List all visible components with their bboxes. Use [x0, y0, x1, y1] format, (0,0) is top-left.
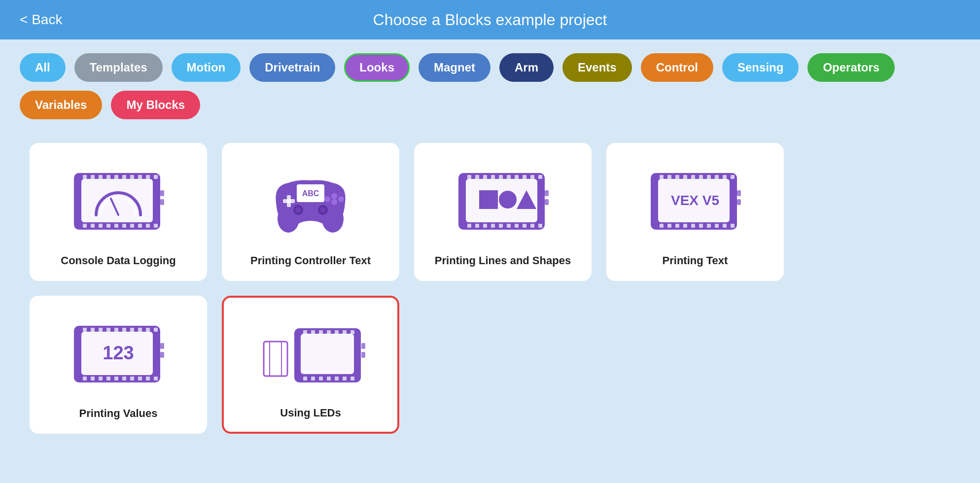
svg-rect-106 [106, 377, 110, 380]
project-icon-printing-controller-text: ABC [233, 159, 388, 245]
svg-rect-57 [499, 224, 503, 228]
svg-rect-93 [83, 328, 87, 332]
svg-rect-72 [691, 175, 695, 179]
svg-rect-79 [667, 224, 671, 228]
svg-rect-95 [99, 328, 103, 332]
svg-rect-54 [475, 224, 479, 228]
project-card-printing-values[interactable]: 123 Printing Values [30, 296, 207, 434]
svg-rect-69 [667, 175, 671, 179]
svg-rect-22 [160, 190, 164, 196]
svg-rect-100 [138, 328, 142, 332]
svg-rect-78 [660, 224, 664, 228]
svg-point-37 [320, 207, 326, 213]
content-area: Console Data Logging ABC [0, 133, 980, 463]
tab-variables[interactable]: Variables [20, 91, 102, 119]
svg-point-30 [331, 193, 337, 199]
svg-rect-11 [154, 175, 158, 179]
svg-rect-116 [270, 342, 281, 376]
project-label-console-data-logging: Console Data Logging [61, 254, 175, 267]
svg-rect-127 [311, 377, 315, 380]
tab-drivetrain[interactable]: Drivetrain [249, 53, 335, 82]
tab-all[interactable]: All [20, 53, 66, 82]
svg-rect-124 [343, 330, 347, 334]
project-card-printing-text[interactable]: VEX V5 Printing Text [606, 143, 784, 281]
svg-rect-112 [154, 377, 158, 380]
tab-looks[interactable]: Looks [344, 53, 410, 82]
svg-rect-129 [327, 377, 331, 380]
svg-text:ABC: ABC [302, 189, 319, 198]
project-label-printing-lines-shapes: Printing Lines and Shapes [435, 254, 571, 267]
svg-rect-109 [130, 377, 134, 380]
tab-events[interactable]: Events [562, 53, 632, 82]
svg-rect-73 [699, 175, 703, 179]
svg-rect-128 [319, 377, 323, 380]
tab-templates[interactable]: Templates [74, 53, 163, 82]
svg-rect-85 [715, 224, 719, 228]
tab-operators[interactable]: Operators [807, 53, 895, 82]
svg-rect-55 [483, 224, 487, 228]
svg-rect-126 [303, 377, 307, 380]
project-grid: Console Data Logging ABC [30, 143, 950, 434]
tab-magnet[interactable]: Magnet [419, 53, 490, 82]
svg-rect-123 [335, 330, 339, 334]
project-card-using-leds[interactable]: Using LEDs [222, 296, 399, 434]
svg-rect-98 [122, 328, 126, 332]
svg-rect-74 [707, 175, 711, 179]
svg-rect-23 [160, 199, 164, 205]
project-icon-printing-lines-shapes [425, 159, 580, 245]
svg-point-32 [331, 199, 337, 205]
svg-rect-43 [467, 175, 471, 179]
svg-rect-64 [545, 199, 549, 205]
svg-rect-17 [122, 224, 126, 228]
svg-rect-1 [81, 179, 153, 222]
svg-rect-81 [683, 224, 687, 228]
tab-control[interactable]: Control [641, 53, 713, 82]
project-label-printing-controller-text: Printing Controller Text [250, 254, 371, 267]
svg-rect-53 [467, 224, 471, 228]
svg-rect-6 [114, 175, 118, 179]
svg-rect-105 [99, 377, 103, 380]
svg-point-36 [295, 207, 301, 213]
svg-rect-40 [479, 190, 498, 209]
svg-rect-82 [691, 224, 695, 228]
svg-rect-47 [499, 175, 503, 179]
svg-rect-50 [523, 175, 526, 179]
svg-rect-46 [491, 175, 495, 179]
tab-myblocks[interactable]: My Blocks [111, 91, 200, 119]
svg-rect-111 [146, 377, 150, 380]
svg-rect-12 [83, 224, 87, 228]
svg-rect-3 [91, 175, 95, 179]
svg-rect-60 [523, 224, 526, 228]
svg-rect-29 [287, 195, 291, 207]
svg-text:VEX V5: VEX V5 [671, 193, 719, 208]
svg-rect-21 [154, 224, 158, 228]
project-card-console-data-logging[interactable]: Console Data Logging [30, 143, 207, 281]
tab-motion[interactable]: Motion [172, 53, 241, 82]
tab-arm[interactable]: Arm [499, 53, 554, 82]
svg-rect-71 [683, 175, 687, 179]
project-icon-console-data-logging [41, 159, 196, 245]
svg-rect-14 [99, 224, 103, 228]
project-icon-printing-values: 123 [41, 312, 196, 398]
svg-rect-59 [515, 224, 519, 228]
svg-point-41 [499, 191, 517, 208]
svg-rect-56 [491, 224, 495, 228]
svg-rect-9 [138, 175, 142, 179]
page-title: Choose a Blocks example project [373, 11, 607, 29]
svg-rect-15 [106, 224, 110, 228]
svg-rect-52 [538, 175, 542, 179]
project-card-printing-controller-text[interactable]: ABC Printing Controller Text [222, 143, 399, 281]
tab-sensing[interactable]: Sensing [722, 53, 799, 82]
svg-rect-68 [660, 175, 664, 179]
header: < Back Choose a Blocks example project [0, 0, 980, 39]
svg-rect-20 [146, 224, 150, 228]
svg-rect-48 [507, 175, 511, 179]
project-icon-using-leds [234, 312, 387, 398]
svg-rect-115 [264, 342, 287, 376]
back-button[interactable]: < Back [20, 12, 62, 28]
svg-rect-108 [122, 377, 126, 380]
svg-rect-104 [91, 377, 95, 380]
svg-rect-88 [737, 190, 741, 196]
project-card-printing-lines-shapes[interactable]: Printing Lines and Shapes [414, 143, 592, 281]
svg-rect-134 [361, 352, 365, 358]
